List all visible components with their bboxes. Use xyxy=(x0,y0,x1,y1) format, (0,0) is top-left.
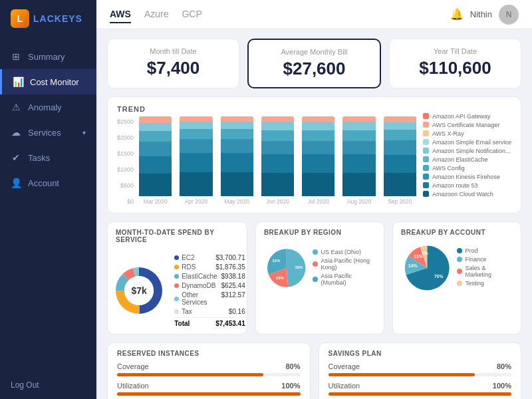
metric-month-to-date: Month till Date $7,400 xyxy=(107,39,239,88)
bar-segment xyxy=(221,129,253,139)
bar-segment xyxy=(342,141,375,155)
logout-button[interactable]: Log Out xyxy=(0,371,96,399)
legend-label: AWS Config xyxy=(432,165,465,172)
cloud-tabs: AWS Azure GCP xyxy=(110,6,202,23)
reserved-title: RESERVED INSTANCES xyxy=(117,350,301,357)
metric-label: Year Till Date xyxy=(400,47,510,55)
logo-icon: L xyxy=(11,9,29,28)
legend-item: AWS X-Ray xyxy=(423,130,511,137)
legend-color xyxy=(423,156,429,162)
avatar: N xyxy=(499,5,519,25)
spend-service: Other Services xyxy=(174,291,217,306)
legend-label: Amazon Kinesis Firehose xyxy=(432,174,500,180)
savings-metric-row: Utilization100% xyxy=(117,382,301,396)
pie-legend-item: Prod xyxy=(457,247,513,254)
sidebar-item-services[interactable]: ☁ Services ▾ xyxy=(0,120,96,145)
bar-segment xyxy=(139,123,172,131)
pie-legend-item: Asia Pacific (Hong Kong) xyxy=(313,257,376,271)
sidebar-item-cost-monitor[interactable]: 📊 Cost Monitor xyxy=(0,69,96,94)
sidebar-item-label: Anomaly xyxy=(28,102,62,112)
bar-segment xyxy=(180,172,212,196)
spend-label: DynamoDB xyxy=(182,282,215,289)
legend-color xyxy=(423,122,429,128)
sidebar-item-tasks[interactable]: ✔ Tasks xyxy=(0,145,96,170)
middle-row: MONTH-TO-DATE SPEND BY SERVICE $7k EC2 xyxy=(107,221,521,334)
bar-segment xyxy=(302,154,334,172)
savings-bar-fill xyxy=(329,373,475,376)
pie-legend-item: Sales & Marketing xyxy=(457,265,513,278)
bar-segment xyxy=(342,116,375,122)
metric-value: $27,600 xyxy=(259,59,369,79)
main-content: AWS Azure GCP 🔔 Nithin N Month till Date… xyxy=(96,0,532,399)
bar-column: Jun 2020 xyxy=(261,116,294,205)
spend-by-service-card: MONTH-TO-DATE SPEND BY SERVICE $7k EC2 xyxy=(107,221,247,334)
spend-dot xyxy=(174,255,179,260)
pie-legend-dot xyxy=(457,269,462,274)
account-legend: ProdFinanceSales & MarketingTesting xyxy=(457,247,513,289)
spend-total-row: Total$7,453.41 xyxy=(174,317,245,327)
legend-color xyxy=(423,130,429,136)
account-pie: 70%14%11%5% xyxy=(401,241,454,295)
metric-label: Month till Date xyxy=(118,47,228,55)
bar-segment xyxy=(384,140,416,154)
pie-legend-label: Asia Pacific (Hong Kong) xyxy=(321,257,376,271)
legend-item: Amazon Kinesis Firehose xyxy=(423,174,511,180)
bar-segment xyxy=(221,172,253,196)
spend-label: ElastiCache xyxy=(182,273,217,280)
region-pie: 35%15%22% xyxy=(264,241,309,295)
account-icon: 👤 xyxy=(11,178,21,188)
tab-azure[interactable]: Azure xyxy=(144,6,169,23)
spend-label: Other Services xyxy=(182,291,217,306)
bar-segment xyxy=(139,116,172,123)
savings-metric-row: Coverage80% xyxy=(329,362,512,376)
bar-column: Sep 2020 xyxy=(384,116,416,205)
savings-value: 80% xyxy=(285,362,300,370)
legend-label: Amazon API Gateway xyxy=(432,113,491,120)
legend-color xyxy=(423,139,429,145)
bar-column: Jul 2020 xyxy=(302,116,334,205)
legend-color xyxy=(423,148,429,154)
spend-amount: $3,700.71 xyxy=(215,254,245,261)
savings-metric-row: Coverage80% xyxy=(117,362,301,376)
sidebar-item-label: Tasks xyxy=(28,153,50,163)
bar-segment xyxy=(342,173,375,196)
bar-segment xyxy=(302,130,334,141)
bar-label: Mar 2020 xyxy=(144,198,168,205)
pie-legend-dot xyxy=(313,249,318,255)
savings-plan-card: SAVINGS PLAN Coverage80%Utilization100% xyxy=(319,342,522,399)
savings-metric-row: Utilization100% xyxy=(329,382,512,396)
savings-label-row: Coverage80% xyxy=(117,362,301,370)
legend-color xyxy=(423,191,429,197)
savings-title: SAVINGS PLAN xyxy=(329,350,512,357)
pie-legend-dot xyxy=(457,257,462,262)
legend-label: Amazon Simple Notification... xyxy=(432,148,511,154)
pie-legend-label: Asia Pacific (Mumbai) xyxy=(321,273,376,286)
spend-service: Tax xyxy=(174,308,192,315)
tab-aws[interactable]: AWS xyxy=(110,6,131,23)
legend-item: AWS Certificate Manager xyxy=(423,122,511,128)
tab-gcp[interactable]: GCP xyxy=(182,6,201,23)
pie-legend-dot xyxy=(313,261,318,267)
bar-column: Apr 2020 xyxy=(180,116,212,205)
svg-text:35%: 35% xyxy=(295,265,303,269)
bar-segment xyxy=(302,116,334,122)
pie-legend-item: Asia Pacific (Mumbai) xyxy=(313,273,376,286)
bar-segment xyxy=(221,116,253,122)
savings-bar-fill xyxy=(117,392,301,396)
notification-icon[interactable]: 🔔 xyxy=(450,8,464,21)
sidebar-item-label: Account xyxy=(28,178,59,188)
bar-segment xyxy=(180,116,212,122)
sidebar-item-summary[interactable]: ⊞ Summary xyxy=(0,44,96,69)
sidebar-item-account[interactable]: 👤 Account xyxy=(0,170,96,196)
spend-amount: $938.18 xyxy=(221,273,245,280)
pie-legend-label: Sales & Marketing xyxy=(465,265,513,278)
bar-segment xyxy=(384,122,416,130)
pie-legend-label: Finance xyxy=(465,256,486,263)
services-icon: ☁ xyxy=(11,127,21,138)
bar-segment xyxy=(261,122,294,130)
bar-segment xyxy=(302,122,334,130)
savings-label: Utilization xyxy=(117,382,149,390)
bar-segment xyxy=(139,131,172,142)
sidebar-item-anomaly[interactable]: ⚠ Anomaly xyxy=(0,94,96,120)
savings-bar-fill xyxy=(117,373,263,376)
